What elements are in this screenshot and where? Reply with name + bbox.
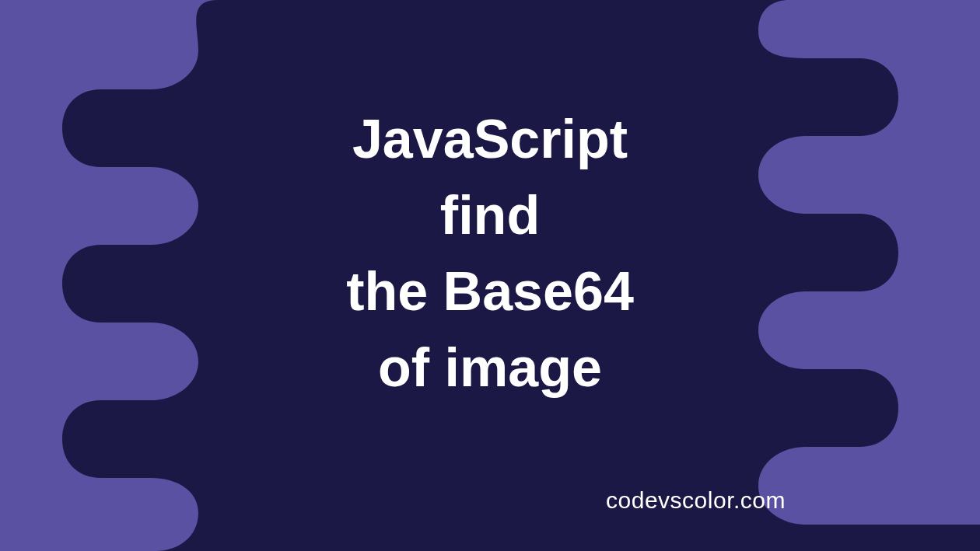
main-title: JavaScript find the Base64 of image bbox=[0, 101, 980, 406]
site-credit: codevscolor.com bbox=[606, 487, 786, 514]
